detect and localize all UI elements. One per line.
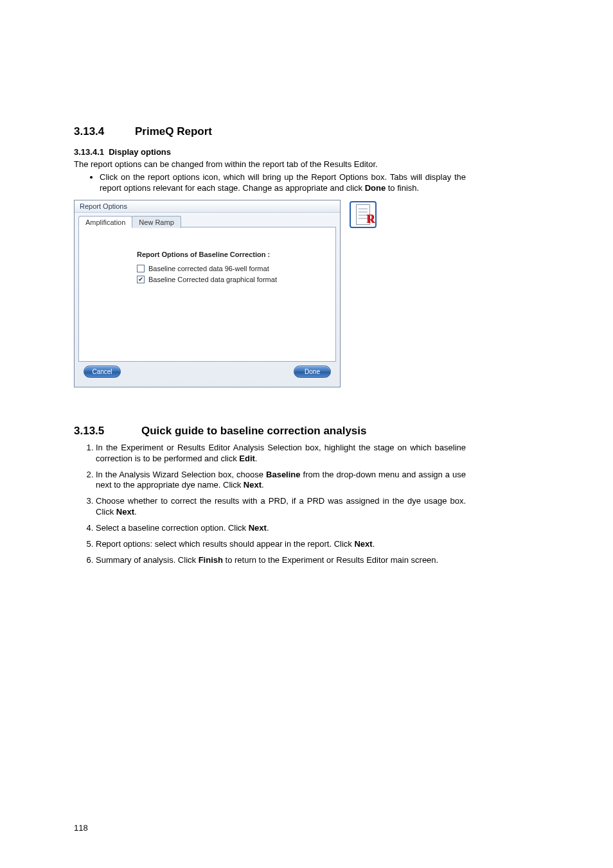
- section-heading-3134: 3.13.4PrimeQ Report: [74, 125, 466, 138]
- tab-strip: Amplification New Ramp: [78, 215, 336, 227]
- intro-paragraph: The report options can be changed from w…: [74, 159, 466, 170]
- section-heading-3135: 3.13.5Quick guide to baseline correction…: [74, 425, 466, 438]
- checkbox-row-1: Baseline corrected data 96-well format: [137, 265, 326, 272]
- subsection-number: 3.13.4.1: [74, 147, 104, 157]
- step-4: Select a baseline correction option. Cli…: [96, 523, 466, 534]
- step-3: Choose whether to correct the results wi…: [96, 496, 466, 518]
- bullet-list: Click on the report options icon, which …: [74, 172, 466, 193]
- dialog-titlebar: Report Options: [75, 200, 340, 213]
- checkbox-96well-label: Baseline corrected data 96-well format: [148, 265, 269, 272]
- subsection-heading-31341: 3.13.4.1 Display options: [74, 147, 466, 157]
- section-number: 3.13.5: [74, 425, 141, 438]
- done-button[interactable]: Done: [294, 366, 331, 378]
- section-title: PrimeQ Report: [135, 125, 212, 137]
- subsection-title: Display options: [109, 147, 171, 157]
- dialog-buttons: Cancel Done: [78, 362, 336, 383]
- bullet-item-1: Click on the report options icon, which …: [100, 172, 466, 193]
- tab-pane: Report Options of Baseline Correction : …: [78, 227, 336, 362]
- tab-new-ramp[interactable]: New Ramp: [132, 216, 181, 228]
- cancel-button[interactable]: Cancel: [84, 366, 121, 378]
- document-page: 3.13.4PrimeQ Report 3.13.4.1 Display opt…: [0, 0, 540, 597]
- section-title: Quick guide to baseline correction analy…: [141, 425, 367, 437]
- step-1: In the Experiment or Results Editor Anal…: [96, 443, 466, 465]
- section-number: 3.13.4: [74, 125, 135, 138]
- report-options-icon[interactable]: R: [350, 201, 377, 228]
- checkbox-graphical[interactable]: ✔: [137, 276, 145, 283]
- step-6: Summary of analysis. Click Finish to ret…: [96, 555, 466, 566]
- pane-title: Report Options of Baseline Correction :: [137, 251, 326, 258]
- tab-amplification[interactable]: Amplification: [78, 216, 132, 228]
- step-2: In the Analysis Wizard Selection box, ch…: [96, 470, 466, 492]
- checkbox-row-2: ✔ Baseline Corrected data graphical form…: [137, 276, 326, 283]
- dialog-body: Amplification New Ramp Report Options of…: [75, 213, 340, 387]
- checkbox-96well[interactable]: [137, 265, 145, 272]
- report-options-dialog: Report Options Amplification New Ramp Re…: [74, 200, 341, 387]
- page-number: 118: [74, 823, 88, 833]
- step-5: Report options: select which results sho…: [96, 539, 466, 550]
- checkbox-graphical-label: Baseline Corrected data graphical format: [148, 276, 277, 283]
- figure-row: Report Options Amplification New Ramp Re…: [74, 200, 466, 387]
- steps-list: In the Experiment or Results Editor Anal…: [74, 443, 466, 566]
- r-letter: R: [366, 213, 375, 226]
